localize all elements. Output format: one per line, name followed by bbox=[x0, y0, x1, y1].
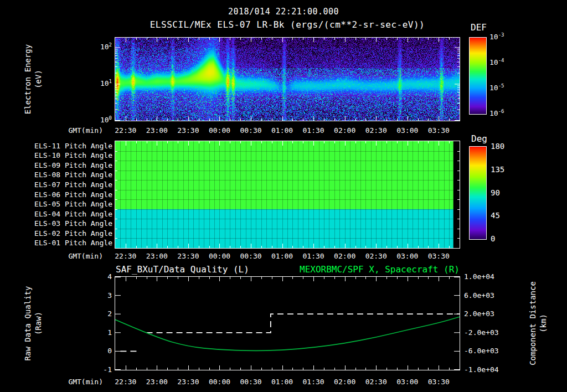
distance-tick-label: 6.0e+03 bbox=[464, 291, 515, 300]
pitch-row-label: ELS-11 Pitch Angle bbox=[22, 142, 112, 150]
energy-tick-label: 100 bbox=[87, 116, 112, 124]
distance-tick-label: -6.0e+03 bbox=[464, 347, 515, 355]
electron-energy-spectrogram bbox=[115, 37, 460, 121]
pitch-row-label: ELS-07 Pitch Angle bbox=[22, 180, 112, 189]
time-tick-label: 00:00 bbox=[206, 378, 233, 386]
time-tick-label: 01:30 bbox=[300, 378, 327, 386]
time-tick-label: 23:00 bbox=[143, 126, 170, 135]
pitch-angle-panel bbox=[115, 141, 460, 249]
pitch-row-label: ELS-09 Pitch Angle bbox=[22, 161, 112, 169]
quality-tick-label: -1 bbox=[87, 365, 112, 374]
distance-tick-label: 2.0e+03 bbox=[464, 310, 515, 318]
pitch-row-label: ELS-06 Pitch Angle bbox=[22, 190, 112, 199]
def-colorbar-title: DEF bbox=[471, 22, 487, 33]
quality-y-axis-label: Raw Data Quality (Raw) bbox=[23, 286, 44, 361]
quality-series-title: SAF_BXuT/Data Quality (L) bbox=[116, 264, 249, 275]
quality-tick-label: 3 bbox=[87, 291, 112, 300]
spectrogram-title-main: ELSSCIL/MEx ELS-07 LR-Bk bbox=[150, 19, 285, 30]
gmt-axis-label: GMT(min) bbox=[54, 378, 103, 386]
time-tick-label: 22:30 bbox=[112, 126, 139, 135]
pitch-row-label: ELS-04 Pitch Angle bbox=[22, 210, 112, 218]
time-tick-label: 02:00 bbox=[332, 126, 358, 135]
time-tick-label: 02:30 bbox=[363, 252, 389, 260]
time-tick-label: 03:00 bbox=[394, 126, 421, 135]
pitch-row-label: ELS-01 Pitch Angle bbox=[22, 239, 112, 247]
time-tick-label: 23:30 bbox=[175, 126, 202, 135]
time-tick-label: 23:30 bbox=[175, 252, 202, 260]
science-plot-page: 2018/014 22:21:00.000 ELSSCIL/MEx ELS-07… bbox=[0, 0, 567, 392]
time-tick-label: 03:30 bbox=[425, 252, 452, 260]
time-tick-label: 02:30 bbox=[363, 126, 389, 135]
def-tick-label: 10-4 bbox=[489, 58, 525, 66]
deg-colorbar bbox=[469, 146, 487, 240]
time-tick-label: 03:00 bbox=[394, 252, 421, 260]
deg-tick-label: 45 bbox=[491, 211, 515, 220]
spectrogram-units-text: (ergs/(cm**2-sr-sec-eV)) bbox=[290, 19, 425, 30]
quality-tick-label: 1 bbox=[87, 328, 112, 337]
time-tick-label: 22:30 bbox=[112, 378, 139, 386]
time-tick-label: 00:30 bbox=[238, 252, 264, 260]
time-tick-label: 00:00 bbox=[206, 252, 233, 260]
spectrogram-units bbox=[285, 19, 290, 30]
distance-series-title: MEXORBMC/SPF X, Spacecraft (R) bbox=[266, 264, 460, 275]
time-tick-label: 02:00 bbox=[332, 252, 358, 260]
time-tick-label: 23:30 bbox=[175, 378, 202, 386]
energy-tick-label: 101 bbox=[87, 79, 112, 87]
gmt-axis-label: GMT(min) bbox=[54, 252, 103, 260]
def-tick-label: 10-6 bbox=[489, 109, 525, 117]
time-tick-label: 00:00 bbox=[206, 126, 233, 135]
deg-tick-label: 0 bbox=[491, 234, 515, 243]
time-tick-label: 01:00 bbox=[269, 252, 296, 260]
time-tick-label: 01:30 bbox=[300, 126, 327, 135]
time-tick-label: 23:00 bbox=[143, 252, 170, 260]
gmt-axis-label: GMT(min) bbox=[54, 126, 103, 135]
pitch-row-label: ELS-02 Pitch Angle bbox=[22, 229, 112, 238]
spectrogram-title: ELSSCIL/MEx ELS-07 LR-Bk (ergs/(cm**2-sr… bbox=[115, 19, 460, 30]
time-tick-label: 01:30 bbox=[300, 252, 327, 260]
time-tick-label: 01:00 bbox=[269, 126, 296, 135]
deg-tick-label: 135 bbox=[491, 165, 515, 174]
quality-tick-label: 0 bbox=[87, 347, 112, 355]
distance-tick-label: -2.0e+03 bbox=[464, 328, 515, 337]
pitch-row-label: ELS-08 Pitch Angle bbox=[22, 171, 112, 179]
distance-y-axis-label: Component Distance (km) bbox=[528, 281, 549, 365]
pitch-row-label: ELS-03 Pitch Angle bbox=[22, 219, 112, 228]
time-tick-label: 03:00 bbox=[394, 378, 421, 386]
def-colorbar bbox=[469, 37, 487, 115]
time-tick-label: 22:30 bbox=[112, 252, 139, 260]
distance-tick-label: -1.0e+04 bbox=[464, 365, 515, 374]
deg-colorbar-title: Deg bbox=[471, 133, 487, 144]
quality-tick-label: 2 bbox=[87, 310, 112, 318]
page-title: 2018/014 22:21:00.000 bbox=[0, 7, 567, 17]
pitch-row-label: ELS-05 Pitch Angle bbox=[22, 200, 112, 208]
quality-distance-chart bbox=[115, 276, 460, 370]
deg-tick-label: 180 bbox=[491, 142, 515, 151]
quality-tick-label: 4 bbox=[87, 272, 112, 281]
time-tick-label: 23:00 bbox=[143, 378, 170, 386]
time-tick-label: 03:30 bbox=[425, 378, 452, 386]
time-tick-label: 01:00 bbox=[269, 378, 296, 386]
def-tick-label: 10-5 bbox=[489, 84, 525, 92]
time-tick-label: 00:30 bbox=[238, 126, 264, 135]
deg-tick-label: 90 bbox=[491, 188, 515, 197]
pitch-row-label: ELS-10 Pitch Angle bbox=[22, 151, 112, 159]
time-tick-label: 00:30 bbox=[238, 378, 264, 386]
spectrogram-y-axis-label: Electron Energy (eV) bbox=[23, 44, 44, 114]
time-tick-label: 03:30 bbox=[425, 126, 452, 135]
def-tick-label: 10-3 bbox=[489, 33, 525, 41]
time-tick-label: 02:30 bbox=[363, 378, 389, 386]
energy-tick-label: 102 bbox=[87, 43, 112, 51]
time-tick-label: 02:00 bbox=[332, 378, 358, 386]
distance-tick-label: 1.0e+04 bbox=[464, 272, 515, 281]
